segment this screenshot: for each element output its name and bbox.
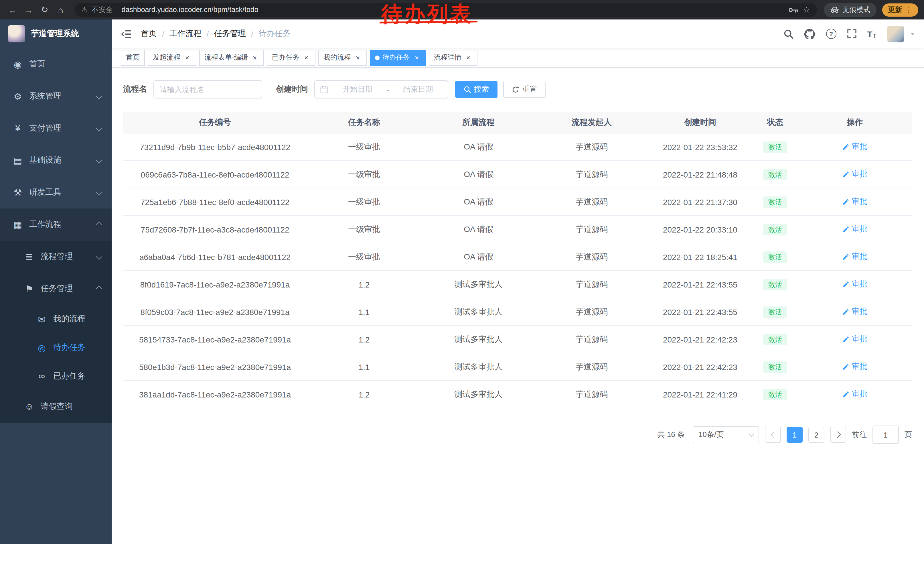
fullscreen-icon[interactable] — [847, 29, 856, 38]
next-page-button[interactable] — [830, 427, 846, 443]
divider — [117, 6, 118, 14]
menu-item-label: 待办任务 — [53, 342, 85, 353]
approve-link[interactable]: 审批 — [842, 279, 867, 290]
column-header: 所属流程 — [422, 112, 536, 133]
sidebar-menu-item[interactable]: ☺ 请假查询 — [0, 390, 112, 423]
chevron-icon — [96, 221, 102, 228]
sidebar-menu-item[interactable]: ≣ 流程管理 — [0, 240, 112, 273]
sidebar-menu-item[interactable]: ∞ 已办任务 — [0, 362, 112, 390]
cell-status: 激活 — [753, 270, 798, 298]
cell-status: 激活 — [753, 161, 798, 188]
sidebar-menu-item[interactable]: ◉ 首页 — [0, 48, 112, 80]
page-size-select[interactable]: 10条/页 — [693, 426, 759, 443]
tab[interactable]: 流程详情 — [429, 50, 477, 66]
approve-link[interactable]: 审批 — [842, 252, 867, 262]
tab[interactable]: 流程表单-编辑 — [199, 50, 264, 66]
logo-image — [8, 25, 25, 42]
sidebar-menu-item[interactable]: ✉ 我的流程 — [0, 305, 112, 333]
tab[interactable]: 待办任务 — [370, 50, 426, 66]
approve-link[interactable]: 审批 — [842, 224, 867, 234]
bookmark-star-icon[interactable]: ☆ — [803, 5, 810, 14]
cell-status: 激活 — [753, 353, 798, 381]
browser-home-button[interactable]: ⌂ — [54, 3, 68, 17]
browser-menu-icon[interactable]: ⋮ — [905, 6, 912, 14]
chevron-icon — [96, 189, 102, 196]
tab-label: 已办任务 — [272, 53, 299, 62]
annotation-todo-list: 待办列表 — [381, 2, 473, 27]
menu-item-label: 已办任务 — [53, 371, 85, 381]
sidebar-menu-item[interactable]: ¥ 支付管理 — [0, 112, 112, 144]
breadcrumb-item[interactable]: 首页 — [141, 29, 157, 39]
cell-task-name: 一级审批 — [307, 243, 422, 270]
user-avatar[interactable] — [887, 26, 904, 42]
update-button[interactable]: 更新 ⋮ — [882, 3, 918, 17]
approve-link[interactable]: 审批 — [842, 197, 867, 207]
github-icon[interactable] — [804, 29, 815, 39]
cell-status: 激活 — [753, 216, 798, 243]
search-icon[interactable] — [783, 29, 793, 39]
tab-close-icon[interactable] — [251, 54, 259, 62]
tab-label: 待办任务 — [382, 53, 410, 62]
menu-item-label: 基础设施 — [29, 155, 61, 165]
font-size-icon[interactable] — [867, 29, 876, 39]
search-button[interactable]: 搜索 — [455, 81, 498, 98]
tab[interactable]: 我的流程 — [318, 50, 367, 66]
browser-reload-button[interactable]: ↻ — [38, 3, 51, 17]
sidebar-menu-item[interactable]: ⚙ 系统管理 — [0, 80, 112, 112]
sidebar-menu-item[interactable]: ⚒ 研发工具 — [0, 176, 112, 209]
tab[interactable]: 发起流程 — [148, 50, 196, 66]
help-icon[interactable] — [826, 29, 836, 39]
table-row: 73211d9d-7b9b-11ec-b5b7-acde48001122 一级审… — [123, 133, 912, 161]
prev-page-button[interactable] — [765, 427, 781, 443]
sidebar-menu-item[interactable]: ▦ 工作流程 — [0, 209, 112, 240]
top-navbar: 首页 工作流程 任务管理 — [112, 20, 924, 48]
approve-label: 审批 — [852, 197, 867, 207]
key-icon[interactable] — [789, 7, 799, 13]
cell-process: OA 请假 — [422, 133, 536, 161]
tab-close-icon[interactable] — [464, 54, 472, 62]
warning-icon: ⚠ — [81, 6, 88, 14]
sidebar-menu-item[interactable]: ▤ 基础设施 — [0, 144, 112, 176]
breadcrumb-separator — [162, 29, 164, 38]
tab[interactable]: 首页 — [121, 50, 145, 66]
sidebar-menu-item[interactable]: ◎ 待办任务 — [0, 333, 112, 362]
app-logo[interactable]: 芋道管理系统 — [0, 20, 112, 48]
breadcrumb-item[interactable]: 任务管理 — [214, 29, 246, 39]
sidebar-collapse-icon[interactable] — [121, 29, 132, 39]
refresh-icon — [512, 86, 519, 93]
reset-button[interactable]: 重置 — [503, 81, 546, 98]
cell-status: 激活 — [753, 133, 798, 161]
breadcrumb-item[interactable]: 待办任务 — [258, 29, 291, 39]
status-badge: 激活 — [763, 196, 787, 208]
sidebar-menu-item[interactable]: ⚑ 任务管理 — [0, 273, 112, 305]
goto-page-input[interactable] — [873, 426, 899, 444]
browser-back-button[interactable]: ← — [6, 3, 20, 17]
security-label[interactable]: 不安全 — [92, 5, 113, 15]
approve-link[interactable]: 审批 — [842, 389, 867, 399]
approve-link[interactable]: 审批 — [842, 169, 867, 180]
browser-forward-button[interactable]: → — [22, 3, 36, 17]
tab-label: 流程详情 — [434, 53, 461, 62]
process-name-input[interactable] — [153, 80, 262, 99]
menu-item-icon: ⚑ — [23, 283, 36, 294]
tab-close-icon[interactable] — [302, 54, 310, 62]
menu-item-label: 流程管理 — [40, 251, 73, 262]
cell-initiator: 芋道源码 — [536, 161, 648, 188]
tab[interactable]: 已办任务 — [267, 50, 315, 66]
page-number-button[interactable]: 2 — [808, 427, 824, 443]
breadcrumb-item[interactable]: 工作流程 — [170, 29, 201, 39]
cell-task-id: 580e1b3d-7ac8-11ec-a9e2-a2380e71991a — [123, 353, 307, 381]
date-range-picker[interactable]: 开始日期 - 结束日期 — [314, 80, 448, 99]
approve-link[interactable]: 审批 — [842, 362, 867, 372]
tab-close-icon[interactable] — [354, 54, 362, 62]
approve-link[interactable]: 审批 — [842, 334, 867, 344]
search-button-icon — [464, 86, 471, 93]
cell-action: 审批 — [798, 326, 912, 353]
tab-close-icon[interactable] — [413, 54, 421, 62]
table-row: 069c6a63-7b8a-11ec-8ef0-acde48001122 一级审… — [123, 161, 912, 188]
tab-close-icon[interactable] — [183, 54, 191, 62]
approve-link[interactable]: 审批 — [842, 142, 867, 152]
caret-down-icon[interactable] — [910, 32, 915, 35]
page-number-button[interactable]: 1 — [787, 427, 802, 443]
approve-link[interactable]: 审批 — [842, 307, 867, 317]
